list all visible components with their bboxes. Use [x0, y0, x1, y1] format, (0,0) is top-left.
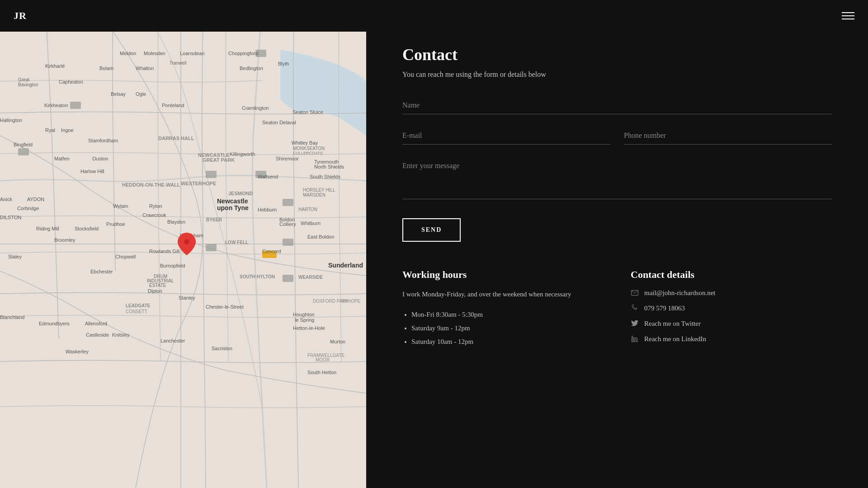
svg-text:Sunderland: Sunderland	[328, 262, 363, 269]
email-phone-row	[402, 127, 832, 145]
linkedin-icon	[631, 335, 639, 343]
svg-text:Stamfordham: Stamfordham	[88, 138, 118, 143]
svg-text:Broomley: Broomley	[54, 237, 75, 243]
svg-rect-5	[206, 171, 217, 178]
hours-item-saturday1: Saturday 9am - 12pm	[411, 321, 604, 335]
svg-text:Allensford: Allensford	[85, 321, 107, 326]
svg-text:East Boldon: East Boldon	[307, 234, 334, 239]
svg-rect-10	[283, 239, 293, 246]
svg-text:Dipton: Dipton	[148, 288, 162, 294]
right-panel: Contact You can reach me using the form …	[366, 0, 868, 488]
bottom-section: Working hours I work Monday-Friday, and …	[402, 269, 832, 350]
svg-text:MARSDEN: MARSDEN	[303, 192, 326, 197]
svg-text:Anick: Anick	[0, 197, 12, 202]
svg-point-119	[632, 336, 633, 338]
working-hours-section: Working hours I work Monday-Friday, and …	[402, 269, 604, 350]
svg-text:Bolam: Bolam	[99, 66, 113, 71]
phone-number: 079 579 18063	[644, 305, 685, 312]
svg-text:Chester-le-Street: Chester-le-Street	[206, 304, 244, 310]
svg-text:Bedlington: Bedlington	[240, 66, 263, 71]
contact-details-title: Contact details	[631, 269, 832, 281]
svg-text:DILSTON: DILSTON	[0, 215, 22, 220]
svg-text:Stanley: Stanley	[179, 295, 195, 300]
name-input[interactable]	[402, 97, 832, 114]
svg-text:Bavington: Bavington	[18, 82, 38, 87]
svg-text:Wylam: Wylam	[113, 203, 128, 209]
twitter-link[interactable]: Reach me on Twitter	[644, 320, 701, 328]
email-detail: mail@john-richardson.net	[631, 289, 832, 297]
svg-text:Whitley Bay: Whitley Bay	[292, 140, 318, 145]
svg-text:Hallington: Hallington	[0, 117, 22, 123]
twitter-icon	[631, 319, 639, 328]
svg-text:Castleside: Castleside	[86, 332, 109, 338]
svg-text:Ouston: Ouston	[92, 156, 108, 161]
svg-text:Harlow Hill: Harlow Hill	[80, 169, 104, 174]
svg-text:le Spring: le Spring	[295, 317, 314, 323]
svg-text:Edmundbyers: Edmundbyers	[39, 321, 70, 326]
phone-input[interactable]	[624, 127, 832, 145]
svg-text:DARRAS HALL: DARRAS HALL	[158, 136, 194, 141]
hamburger-menu[interactable]	[842, 12, 854, 19]
linkedin-link[interactable]: Reach me on LinkedIn	[644, 335, 706, 343]
twitter-detail: Reach me on Twitter	[631, 319, 832, 328]
svg-text:Hetton-le-Hole: Hetton-le-Hole	[293, 325, 325, 331]
svg-text:South Shields: South Shields	[310, 174, 340, 179]
svg-text:Knitsley: Knitsley	[112, 332, 130, 338]
svg-text:Colliery: Colliery	[279, 221, 296, 227]
phone-field-group	[624, 127, 832, 145]
svg-text:Great: Great	[18, 77, 29, 82]
svg-text:Ponteland: Ponteland	[162, 103, 184, 108]
svg-text:Tranwell: Tranwell	[170, 61, 186, 66]
svg-text:Corbridge: Corbridge	[17, 206, 39, 211]
svg-text:Blyth: Blyth	[278, 61, 289, 66]
svg-text:HORSLEY HILL: HORSLEY HILL	[303, 188, 335, 192]
svg-text:Seaton Delaval: Seaton Delaval	[262, 120, 296, 125]
svg-text:HEDDON-ON-THE-WALL: HEDDON-ON-THE-WALL	[122, 182, 180, 188]
email-field-group	[402, 127, 610, 145]
svg-text:Stocksfield: Stocksfield	[75, 226, 99, 231]
svg-text:WESTERHOPE: WESTERHOPE	[181, 181, 216, 186]
send-button[interactable]: SEND	[402, 218, 461, 242]
svg-text:Meldon: Meldon	[120, 51, 136, 56]
message-input[interactable]	[402, 157, 832, 199]
header: JR	[0, 0, 868, 32]
linkedin-detail: Reach me on LinkedIn	[631, 335, 832, 343]
svg-text:Chopwell: Chopwell	[115, 254, 136, 259]
svg-text:Murton: Murton	[330, 339, 345, 344]
svg-text:CULLERCOATS: CULLERCOATS	[293, 151, 323, 155]
svg-text:Ryton: Ryton	[149, 203, 162, 209]
svg-text:Shiremoor: Shiremoor	[276, 156, 299, 161]
svg-text:Whalton: Whalton	[136, 66, 154, 71]
svg-text:Ogle: Ogle	[136, 91, 146, 97]
svg-text:Crawcrook: Crawcrook	[142, 212, 166, 218]
svg-text:Kirkharlé: Kirkharlé	[45, 63, 65, 69]
svg-text:LEADGATE: LEADGATE	[126, 303, 151, 308]
logo[interactable]: JR	[14, 10, 27, 22]
phone-detail: 079 579 18063	[631, 304, 832, 312]
message-field-group	[402, 157, 832, 201]
svg-text:Lanchester: Lanchester	[160, 338, 185, 343]
svg-text:Houghton: Houghton	[293, 312, 315, 317]
svg-text:Prudhoe: Prudhoe	[106, 221, 125, 227]
email-link[interactable]: mail@john-richardson.net	[644, 289, 716, 297]
main-layout: Meldon Molesden Loansdean Choppingford T…	[0, 0, 868, 488]
svg-text:JESMOND: JESMOND	[228, 191, 253, 196]
svg-text:Ryal: Ryal	[45, 127, 55, 133]
svg-text:Capheaton: Capheaton	[59, 79, 83, 84]
svg-text:Killingworth: Killingworth	[230, 151, 255, 157]
contact-details-section: Contact details mail@john-richardson.net	[631, 269, 832, 350]
svg-text:Slaley: Slaley	[8, 254, 22, 259]
svg-text:CONSETT: CONSETT	[126, 309, 147, 314]
svg-text:Matfen: Matfen	[54, 156, 70, 161]
svg-text:RYHOPE: RYHOPE	[341, 299, 360, 304]
svg-text:MOOR: MOOR	[316, 357, 330, 362]
svg-text:Rowlands Gill: Rowlands Gill	[149, 249, 179, 254]
svg-text:HARTON: HARTON	[298, 207, 317, 212]
email-input[interactable]	[402, 127, 610, 145]
svg-text:Molesden: Molesden	[144, 51, 165, 56]
hours-item-weekday: Mon-Fri 8:30am - 5:30pm	[411, 308, 604, 321]
svg-text:Hebburn: Hebburn	[258, 207, 277, 212]
svg-point-116	[184, 239, 189, 244]
svg-rect-6	[206, 244, 217, 251]
svg-text:Seaton Sluice: Seaton Sluice	[292, 109, 323, 115]
